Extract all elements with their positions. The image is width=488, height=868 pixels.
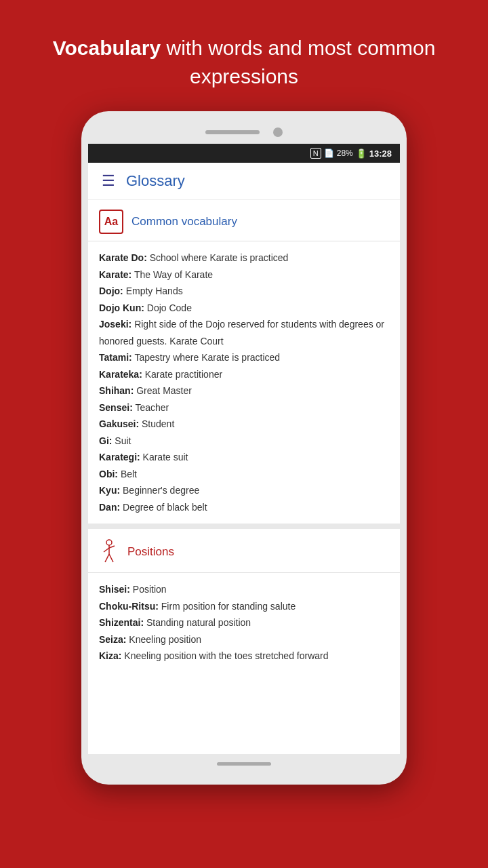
positions-list: Shisei: Position Choku-Ritsu: Firm posit… [88,573,400,673]
def-kyu: Beginner's degree [120,485,199,496]
term-karateka: Karateka: [99,369,142,380]
phone-camera [273,127,283,137]
def-dojokun: Dojo Code [144,302,192,313]
nfc-icon: N [310,148,321,159]
positions-icon [99,538,119,566]
term-karatedo: Karate Do: [99,252,147,263]
svg-line-4 [105,554,109,562]
def-sensei: Teacher [133,402,169,413]
battery-percent: 28% [337,149,353,158]
section-divider [88,524,400,529]
phone-frame: N 📄 28% 🔋 13:28 ☰ Glossary Aa Common voc… [81,111,407,785]
vocab-list: Karate Do: School where Karate is practi… [88,241,400,524]
app-bar: ☰ Glossary [88,163,400,200]
term-dojokun: Dojo Kun: [99,302,144,313]
hero-header: Vocabulary with words and most common ex… [0,0,488,111]
phone-notch [88,125,400,144]
sd-icon: 📄 [324,149,334,158]
app-title: Glossary [126,172,185,190]
def-shizentai: Standing natural position [144,617,251,628]
term-kiza: Kiza: [99,650,121,661]
term-kyu: Kyu: [99,485,120,496]
battery-icon: 🔋 [356,149,367,159]
term-seiza: Seiza: [99,634,126,645]
phone-screen: N 📄 28% 🔋 13:28 ☰ Glossary Aa Common voc… [88,144,400,754]
phone-bottom-bar [88,754,400,771]
term-tatami: Tatami: [99,352,132,363]
svg-line-2 [104,548,109,552]
term-dan: Dan: [99,502,120,513]
term-shizentai: Shizentai: [99,617,144,628]
def-shisei: Position [130,584,167,595]
svg-line-3 [109,546,115,548]
term-joseki: Joseki: [99,319,131,330]
hero-subtitle: with words and most common expressions [161,37,435,87]
term-karategi: Karategi: [99,452,140,462]
def-shihan: Great Master [134,385,192,396]
svg-point-0 [106,540,112,545]
section-header-vocab: Aa Common vocabulary [88,200,400,241]
status-bar: N 📄 28% 🔋 13:28 [88,144,400,163]
term-sensei: Sensei: [99,402,133,413]
def-obi: Belt [118,469,137,479]
def-dan: Degree of black belt [120,502,207,513]
section-title-positions: Positions [127,545,174,559]
def-seiza: Kneeling position [126,634,201,645]
section-title-vocab: Common vocabulary [131,215,237,229]
phone-speaker [205,130,260,134]
status-time: 13:28 [369,149,392,159]
def-karateka: Karate practitioner [142,369,222,380]
def-kiza: Kneeling position with the toes stretche… [121,650,328,661]
term-gakusei: Gakusei: [99,418,139,429]
term-obi: Obi: [99,469,118,479]
vocab-icon: Aa [99,210,123,234]
term-shisei: Shisei: [99,584,130,595]
status-icons: N 📄 28% 🔋 13:28 [310,148,392,159]
home-indicator [217,762,271,766]
term-shihan: Shihan: [99,385,134,396]
term-karate: Karate: [99,269,131,280]
def-joseki: Right side of the Dojo reserved for stud… [99,319,384,347]
def-karatedo: School where Karate is practiced [147,252,289,263]
hamburger-menu-icon[interactable]: ☰ [102,172,115,190]
def-gakusei: Student [139,418,174,429]
def-dojo: Empty Hands [123,285,183,296]
def-karate: The Way of Karate [131,269,213,280]
hero-bold-word: Vocabulary [53,37,161,59]
def-choku: Firm position for standing salute [159,601,296,612]
def-karategi: Karate suit [140,452,188,462]
def-tatami: Tapestry where Karate is practiced [132,352,280,363]
term-choku: Choku-Ritsu: [99,601,159,612]
term-dojo: Dojo: [99,285,123,296]
section-header-positions: Positions [88,529,400,573]
def-gi: Suit [112,435,131,446]
term-gi: Gi: [99,435,112,446]
svg-line-5 [109,554,113,562]
